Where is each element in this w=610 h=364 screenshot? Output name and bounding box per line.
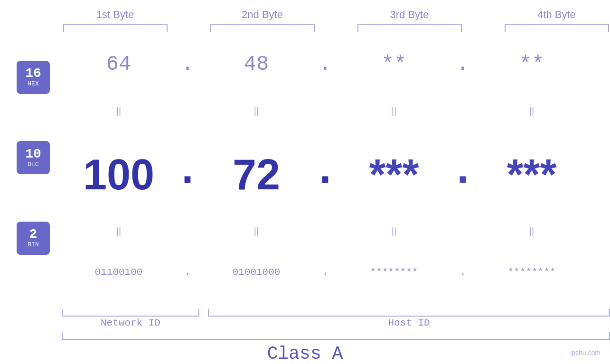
byte-header-3: 3rd Byte (350, 9, 469, 21)
hex-cell-1: 64 (62, 52, 176, 76)
dec-val-1: 100 (83, 153, 154, 196)
hex-badge-label: HEX (28, 80, 38, 88)
top-brackets (42, 24, 610, 32)
dec-val-4: *** (507, 153, 556, 196)
hex-val-1: 64 (106, 52, 131, 76)
id-labels: Network ID Host ID (62, 317, 610, 328)
eq-row-2: || || || || (62, 226, 610, 237)
class-label: Class A (0, 344, 610, 364)
byte-header-4: 4th Byte (497, 9, 610, 21)
hex-val-3: ** (382, 52, 407, 76)
hex-badge: 16 HEX (17, 61, 50, 94)
dec-badge-num: 10 (25, 148, 41, 161)
dec-cell-1: 100 (62, 153, 176, 196)
bracket-3 (357, 24, 462, 32)
hex-row: 64 . 48 . ** . ** (62, 52, 610, 76)
byte-header-1: 1st Byte (56, 9, 175, 21)
byte-header-2: 2nd Byte (203, 9, 322, 21)
bin-cell-4: ******** (475, 267, 589, 278)
host-id-label: Host ID (208, 317, 610, 328)
hex-cell-3: ** (337, 52, 451, 76)
bin-badge: 2 BIN (17, 222, 50, 255)
bin-val-4: ******** (508, 267, 556, 278)
byte-headers: 1st Byte 2nd Byte 3rd Byte 4th Byte (42, 0, 610, 21)
hex-dot-3: . (451, 52, 475, 76)
bin-val-1: 01100100 (95, 267, 143, 278)
dec-badge-label: DEC (28, 161, 38, 168)
bin-badge-num: 2 (29, 228, 38, 241)
bin-badge-label: BIN (28, 241, 38, 249)
bin-val-2: 01001000 (233, 267, 281, 278)
bin-cell-1: 01100100 (62, 267, 176, 278)
bin-cell-2: 01001000 (199, 267, 313, 278)
hex-cell-2: 48 (199, 52, 313, 76)
bin-cell-3: ******** (337, 267, 451, 278)
dec-cell-4: *** (475, 153, 589, 196)
dec-dot-3: . (451, 147, 475, 196)
eq-1-3: || (392, 106, 396, 117)
eq-1-4: || (529, 106, 534, 117)
eq-row-1: || || || || (62, 106, 610, 117)
bracket-4 (505, 24, 609, 32)
host-bracket (208, 309, 610, 317)
content-wrapper: 16 HEX 10 DEC 2 BIN 64 . (0, 32, 610, 307)
bin-dot-3: . (451, 267, 475, 278)
bin-dot-1: . (176, 267, 199, 278)
bin-val-3: ******** (370, 267, 418, 278)
eq-2-2: || (254, 226, 259, 237)
dec-val-3: *** (369, 153, 419, 196)
network-id-label: Network ID (62, 317, 199, 328)
dec-row: 100 . 72 . *** . *** (62, 147, 610, 196)
bin-dot-2: . (313, 267, 337, 278)
bin-row: 01100100 . 01001000 . ******** . (62, 267, 610, 278)
dec-dot-1: . (176, 147, 199, 196)
bottom-bracket-section (62, 309, 610, 317)
bracket-2 (210, 24, 315, 32)
data-rows: 64 . 48 . ** . ** (62, 32, 610, 307)
hex-dot-1: . (176, 52, 199, 76)
eq-2-1: || (116, 226, 121, 237)
watermark: ipshu.com (570, 349, 601, 356)
full-bracket (62, 332, 610, 340)
dec-cell-2: 72 (199, 153, 313, 196)
eq-1-2: || (254, 106, 259, 117)
bracket-1 (63, 24, 168, 32)
dec-badge: 10 DEC (17, 141, 50, 174)
eq-2-4: || (529, 226, 534, 237)
hex-val-2: 48 (244, 52, 269, 76)
dec-cell-3: *** (337, 153, 451, 196)
dec-val-2: 72 (233, 153, 280, 196)
hex-val-4: ** (519, 52, 544, 76)
dec-dot-2: . (313, 147, 337, 196)
hex-badge-num: 16 (25, 67, 41, 80)
eq-1-1: || (116, 106, 121, 117)
badges-column: 16 HEX 10 DEC 2 BIN (0, 32, 62, 307)
hex-dot-2: . (313, 52, 337, 76)
main-container: 1st Byte 2nd Byte 3rd Byte 4th Byte 16 H… (0, 0, 610, 364)
hex-cell-4: ** (475, 52, 589, 76)
eq-2-3: || (392, 226, 396, 237)
network-bracket (62, 309, 199, 317)
